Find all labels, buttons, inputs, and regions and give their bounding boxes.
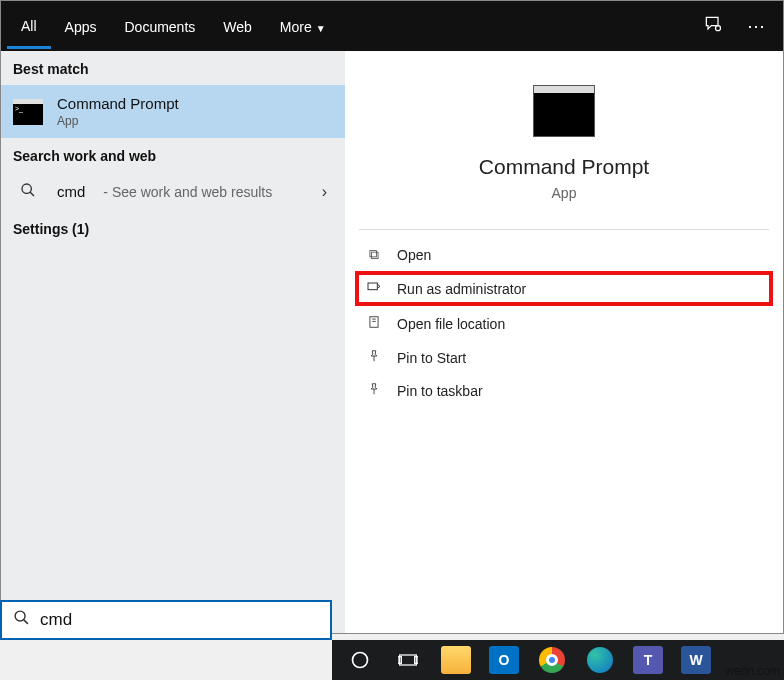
taskbar-app-word[interactable]: W	[676, 644, 716, 676]
action-label: Open file location	[397, 316, 505, 332]
svg-line-8	[23, 620, 27, 624]
web-query-text: cmd	[57, 183, 85, 200]
tab-documents[interactable]: Documents	[110, 5, 209, 47]
settings-heading[interactable]: Settings (1)	[1, 211, 345, 245]
search-icon	[2, 609, 40, 631]
svg-line-2	[30, 192, 34, 196]
folder-icon	[365, 314, 383, 333]
svg-point-0	[716, 25, 721, 30]
result-subtitle: App	[57, 114, 179, 128]
action-pin-to-taskbar[interactable]: Pin to taskbar	[355, 374, 773, 407]
pin-icon	[365, 349, 383, 366]
more-options-icon[interactable]: ⋯	[735, 15, 777, 37]
action-label: Open	[397, 247, 431, 263]
best-match-result[interactable]: Command Prompt App	[1, 85, 345, 138]
open-icon: ⧉	[365, 246, 383, 263]
pin-icon	[365, 382, 383, 399]
action-label: Run as administrator	[397, 281, 526, 297]
action-open[interactable]: ⧉ Open	[355, 238, 773, 271]
svg-rect-3	[368, 283, 377, 290]
action-label: Pin to taskbar	[397, 383, 483, 399]
action-list: ⧉ Open Run as administrator Open file lo…	[345, 234, 783, 411]
tab-all[interactable]: All	[7, 4, 51, 49]
svg-point-9	[353, 653, 368, 668]
taskbar-app-outlook[interactable]: O	[484, 644, 524, 676]
svg-rect-4	[370, 317, 378, 328]
chrome-icon	[539, 647, 565, 673]
word-icon: W	[681, 646, 711, 674]
search-web-heading: Search work and web	[1, 138, 345, 172]
outlook-icon: O	[489, 646, 519, 674]
result-title: Command Prompt	[57, 95, 179, 112]
preview-pane: Command Prompt App ⧉ Open Run as adminis…	[345, 51, 783, 633]
chevron-down-icon: ▼	[316, 23, 326, 34]
preview-title: Command Prompt	[345, 155, 783, 179]
task-view-icon[interactable]	[388, 644, 428, 676]
action-run-as-administrator[interactable]: Run as administrator	[355, 271, 773, 306]
admin-shield-icon	[365, 279, 383, 298]
action-pin-to-start[interactable]: Pin to Start	[355, 341, 773, 374]
cortana-icon[interactable]	[340, 644, 380, 676]
taskbar: O T W	[332, 640, 784, 680]
results-pane: Best match Command Prompt App Search wor…	[1, 51, 345, 633]
tab-apps[interactable]: Apps	[51, 5, 111, 47]
scope-tabs: All Apps Documents Web More▼ ⋯	[1, 1, 783, 51]
search-icon	[13, 182, 43, 201]
preview-app-icon	[533, 85, 595, 137]
taskbar-app-chrome[interactable]	[532, 644, 572, 676]
file-explorer-icon	[441, 646, 471, 674]
tab-web[interactable]: Web	[209, 5, 266, 47]
preview-subtitle: App	[345, 185, 783, 201]
web-query-hint: - See work and web results	[103, 184, 272, 200]
chevron-right-icon: ›	[322, 183, 333, 201]
svg-point-1	[22, 184, 31, 193]
taskbar-app-edge[interactable]	[580, 644, 620, 676]
taskbar-app-teams[interactable]: T	[628, 644, 668, 676]
search-box[interactable]	[0, 600, 332, 640]
best-match-heading: Best match	[1, 51, 345, 85]
tab-more[interactable]: More▼	[266, 5, 340, 47]
edge-icon	[587, 647, 613, 673]
teams-icon: T	[633, 646, 663, 674]
command-prompt-icon	[13, 99, 43, 125]
feedback-icon[interactable]	[691, 14, 735, 39]
taskbar-app-explorer[interactable]	[436, 644, 476, 676]
search-input[interactable]	[40, 610, 330, 630]
web-search-row[interactable]: cmd - See work and web results ›	[1, 172, 345, 211]
divider	[359, 229, 769, 230]
action-label: Pin to Start	[397, 350, 466, 366]
svg-point-7	[15, 611, 25, 621]
action-open-file-location[interactable]: Open file location	[355, 306, 773, 341]
watermark: wedn.com	[725, 664, 780, 678]
svg-rect-10	[400, 655, 417, 665]
start-search-window: All Apps Documents Web More▼ ⋯ Best matc…	[0, 0, 784, 634]
